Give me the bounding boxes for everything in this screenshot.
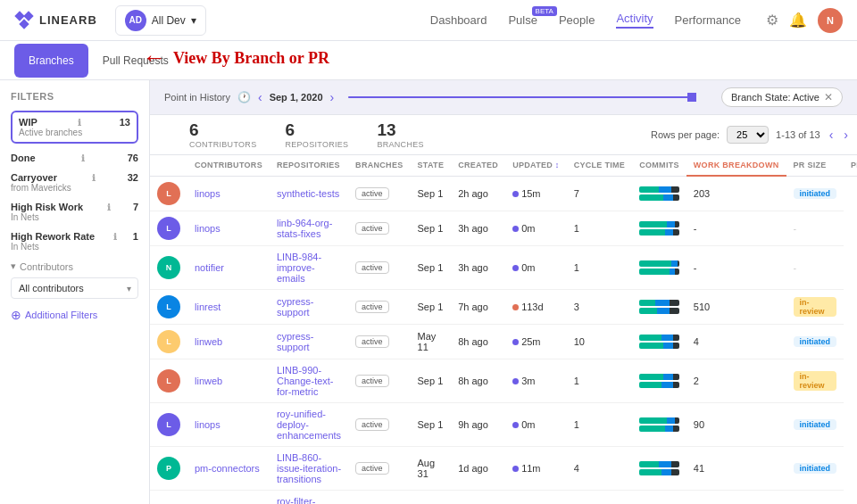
bell-icon[interactable]: 🔔 bbox=[789, 12, 807, 29]
row-commits-cell: 1 bbox=[567, 490, 633, 504]
row-updated-cell: 1d ago bbox=[451, 490, 505, 504]
add-filters-button[interactable]: ⊕ Additional Filters bbox=[11, 308, 138, 322]
branch-link[interactable]: cypress-support bbox=[277, 331, 314, 352]
logo-icon bbox=[14, 11, 34, 30]
team-selector[interactable]: AD All Dev ▾ bbox=[115, 5, 206, 36]
col-header-updated[interactable]: UPDATED ↕ bbox=[505, 155, 567, 176]
filter-wip-sub: Active branches bbox=[19, 128, 130, 137]
filter-wip[interactable]: WIP ℹ 13 Active branches bbox=[11, 111, 138, 144]
filter-high-rework[interactable]: High Rework Rate ℹ 1 In Nets bbox=[11, 231, 138, 252]
stat-contributors-label: CONTRIBUTORS bbox=[189, 140, 256, 149]
row-avatar-cell: L bbox=[150, 402, 187, 446]
nav-dashboard[interactable]: Dashboard bbox=[430, 13, 487, 27]
row-avatar-cell: L bbox=[150, 176, 187, 211]
row-repo-cell: linrest bbox=[187, 289, 270, 324]
work-bars bbox=[639, 260, 679, 275]
repo-link[interactable]: linrest bbox=[195, 302, 220, 312]
filter-high-risk[interactable]: High Risk Work ℹ 7 In Nets bbox=[11, 202, 138, 222]
filter-done-label: Done bbox=[11, 153, 36, 163]
right-nav-icon[interactable]: › bbox=[330, 90, 335, 104]
row-repo-cell: linops bbox=[187, 402, 270, 446]
repo-link[interactable]: linweb bbox=[195, 336, 222, 347]
branch-link[interactable]: linb-964-org-stats-fixes bbox=[277, 218, 332, 239]
chevron-down-icon: ▾ bbox=[191, 14, 196, 27]
contributor-avatar: L bbox=[157, 182, 180, 205]
team-name: All Dev bbox=[152, 14, 186, 27]
row-commits-cell: 4 bbox=[567, 446, 633, 490]
row-prsize-cell: 4 bbox=[686, 324, 786, 359]
point-history-bar: Point in History 🕐 ‹ Sep 1, 2020 › Branc… bbox=[150, 80, 857, 115]
cycle-dot bbox=[512, 422, 519, 428]
filter-done[interactable]: Done ℹ 76 bbox=[11, 153, 138, 163]
repo-link[interactable]: pm-connectors bbox=[195, 463, 260, 474]
repo-link[interactable]: linops bbox=[195, 188, 220, 199]
row-state-cell: active bbox=[348, 490, 410, 504]
row-commits-cell: 7 bbox=[567, 176, 633, 211]
repo-link[interactable]: linops bbox=[195, 419, 220, 430]
date-slider[interactable] bbox=[348, 96, 696, 98]
pr-badge: initiated bbox=[794, 463, 837, 474]
row-pr-cell: initiated bbox=[786, 324, 845, 359]
pagination-prev[interactable]: ‹ bbox=[828, 128, 836, 142]
row-cycle-cell: 0m bbox=[505, 490, 567, 504]
contributors-select-wrapper: All contributors bbox=[11, 277, 138, 299]
filter-remove-button[interactable]: ✕ bbox=[824, 91, 833, 103]
col-header-commits[interactable]: COMMITS bbox=[632, 155, 686, 176]
contributors-collapse[interactable]: ▾ Contributors bbox=[11, 260, 138, 272]
nav-activity[interactable]: Activity bbox=[616, 12, 653, 29]
left-nav-icon[interactable]: ‹ bbox=[258, 90, 262, 104]
contributor-avatar: L bbox=[157, 330, 180, 353]
table-row: L linops roy-unified-deploy-enhancements… bbox=[150, 402, 857, 446]
stat-branches-label: BRANCHES bbox=[377, 140, 423, 149]
row-prsize-cell: - bbox=[686, 211, 786, 245]
svg-rect-1 bbox=[23, 11, 33, 21]
branch-link[interactable]: LINB-860-issue-iteration-transitions bbox=[277, 452, 341, 484]
rows-per-page-label: Rows per page: bbox=[651, 129, 720, 140]
repo-link[interactable]: linweb bbox=[195, 376, 222, 386]
row-commits-cell: 3 bbox=[567, 289, 633, 324]
branch-link[interactable]: synthetic-tests bbox=[277, 188, 339, 199]
branch-link[interactable]: LINB-984-improve-emails bbox=[277, 252, 321, 284]
row-branch-cell: LINB-990-Change-text-for-metric bbox=[270, 359, 348, 402]
branch-link[interactable]: cypress-support bbox=[277, 296, 314, 318]
row-repo-cell: notifier bbox=[187, 245, 270, 289]
logo: LINEARB bbox=[14, 11, 97, 30]
logo-text: LINEARB bbox=[39, 13, 97, 27]
col-header-state[interactable]: STATE bbox=[411, 155, 452, 176]
nav-pulse[interactable]: BETA Pulse bbox=[508, 13, 537, 27]
contributors-select[interactable]: All contributors bbox=[11, 277, 138, 299]
table-row: N notifier LINB-984-improve-emails activ… bbox=[150, 245, 857, 289]
user-avatar[interactable]: N bbox=[818, 8, 843, 33]
col-header-work-breakdown[interactable]: WORK BREAKDOWN bbox=[686, 155, 786, 176]
branch-link[interactable]: roy-filter-performance-enabled-orgs-from… bbox=[277, 496, 337, 505]
filter-high-rework-sub: In Nets bbox=[11, 242, 138, 252]
col-header-contributors[interactable]: CONTRIBUTORS bbox=[187, 155, 270, 176]
row-repo-cell: pm-connectors bbox=[187, 446, 270, 490]
filter-carryover[interactable]: Carryover ℹ 32 from Mavericks bbox=[11, 172, 138, 193]
filters-title: FILTERS bbox=[11, 91, 138, 102]
settings-icon[interactable]: ⚙ bbox=[766, 12, 778, 29]
col-header-branches[interactable]: BRANCHES bbox=[348, 155, 410, 176]
pagination-next[interactable]: › bbox=[842, 128, 850, 142]
col-header-repositories[interactable]: REPOSITORIES bbox=[270, 155, 348, 176]
branches-tab[interactable]: Branches bbox=[14, 44, 88, 78]
chevron-down-icon: ▾ bbox=[11, 260, 16, 272]
branch-link[interactable]: roy-unified-deploy-enhancements bbox=[277, 409, 341, 441]
info-icon: ℹ bbox=[78, 118, 81, 128]
repo-link[interactable]: linops bbox=[195, 223, 220, 234]
repo-link[interactable]: notifier bbox=[195, 262, 224, 273]
col-header-pr-size[interactable]: PR SIZE bbox=[786, 155, 845, 176]
row-repo-cell: linweb bbox=[187, 359, 270, 402]
col-header-cycle-time[interactable]: CYCLE TIME bbox=[567, 155, 633, 176]
slider-fill bbox=[348, 96, 696, 98]
row-state-cell: active bbox=[348, 211, 410, 245]
slider-handle[interactable] bbox=[687, 93, 696, 102]
branch-link[interactable]: LINB-990-Change-text-for-metric bbox=[277, 365, 334, 397]
nav-performance[interactable]: Performance bbox=[675, 13, 741, 27]
nav-people[interactable]: People bbox=[559, 13, 595, 27]
col-header-pr[interactable]: PR bbox=[844, 155, 857, 176]
col-header-created[interactable]: CREATED bbox=[451, 155, 505, 176]
rows-per-page-select[interactable]: 25 50 bbox=[727, 126, 769, 144]
state-badge: active bbox=[355, 375, 389, 387]
stat-repositories-num: 6 bbox=[285, 120, 348, 140]
